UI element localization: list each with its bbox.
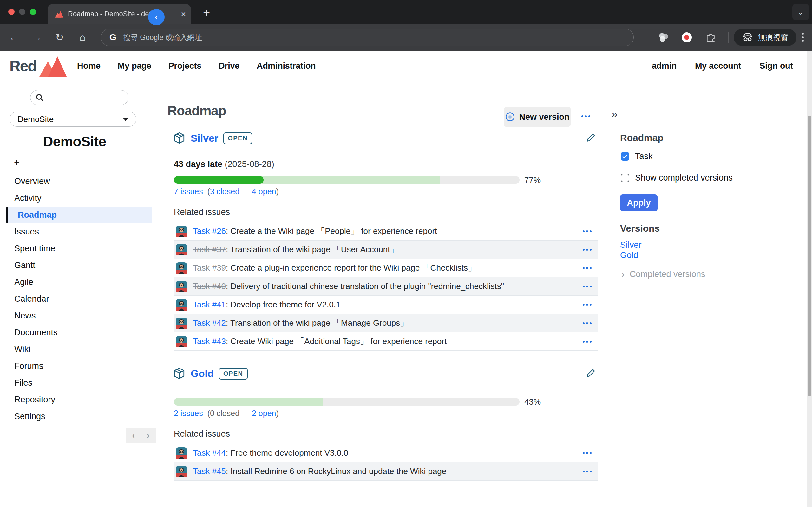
nav-administration[interactable]: Administration	[257, 61, 316, 71]
task-link[interactable]: Task #44	[193, 448, 226, 458]
sidebar-item-news[interactable]: News	[0, 307, 155, 324]
avatar	[176, 336, 187, 347]
version-gold-link[interactable]: Gold	[191, 368, 214, 380]
version-silver-header: Silver OPEN	[173, 132, 252, 145]
package-icon	[173, 132, 186, 145]
logo-mountain-icon	[38, 54, 67, 77]
more-actions-icon[interactable]	[581, 115, 590, 117]
sidebar-item-repository[interactable]: Repository	[0, 391, 155, 408]
sidebar-collapse-button[interactable]: ‹	[148, 9, 165, 25]
home-icon[interactable]: ⌂	[73, 24, 91, 51]
plus-circle-icon	[505, 112, 515, 122]
row-more-icon[interactable]	[583, 267, 592, 269]
version-silver-link[interactable]: Silver	[191, 132, 218, 144]
new-tab-button[interactable]: +	[203, 6, 210, 19]
row-more-icon[interactable]	[583, 322, 592, 324]
media-cluster-icon[interactable]	[653, 24, 675, 51]
right-panel-toggle-icon[interactable]: »	[612, 108, 618, 120]
traffic-lights	[8, 9, 36, 15]
chevron-left-icon: ‹	[155, 12, 158, 22]
nav-home[interactable]: Home	[77, 61, 101, 71]
row-more-icon[interactable]	[583, 452, 592, 454]
task-checkbox[interactable]	[621, 152, 629, 161]
address-bar[interactable]: G 搜尋 Google 或輸入網址	[101, 29, 634, 46]
close-window-button[interactable]	[8, 9, 14, 15]
sidebar-item-files[interactable]: Files	[0, 375, 155, 391]
sidebar-item-spent-time[interactable]: Spent time	[0, 240, 155, 257]
task-link[interactable]: Task #43	[193, 337, 226, 346]
nav-admin-user[interactable]: admin	[652, 61, 676, 71]
sidebar-item-forums[interactable]: Forums	[0, 358, 155, 375]
sidebar-item-gantt[interactable]: Gantt	[0, 257, 155, 274]
avatar	[176, 226, 187, 237]
nav-my-page[interactable]: My page	[118, 61, 151, 71]
completed-versions-toggle[interactable]: › Completed versions	[621, 269, 705, 279]
recording-indicator-icon[interactable]	[675, 24, 699, 51]
row-more-icon[interactable]	[583, 249, 592, 250]
task-link[interactable]: Task #41	[193, 300, 226, 309]
nav-projects[interactable]: Projects	[168, 61, 201, 71]
edit-version-icon[interactable]	[585, 132, 596, 143]
browser-menu-icon[interactable]	[802, 33, 804, 42]
task-link[interactable]: Task #40	[193, 281, 226, 291]
address-bar-placeholder: 搜尋 Google 或輸入網址	[123, 33, 202, 43]
nav-my-account[interactable]: My account	[695, 61, 741, 71]
browser-tab[interactable]: Roadmap - DemoSite - devTh ×	[48, 4, 191, 24]
row-more-icon[interactable]	[583, 304, 592, 306]
pager-prev-icon[interactable]: ‹	[132, 431, 135, 441]
row-more-icon[interactable]	[583, 470, 592, 472]
versions-silver-link[interactable]: Silver	[620, 240, 642, 250]
nav-drive[interactable]: Drive	[218, 61, 240, 71]
task-row: Task #42: Translation of the wiki page 「…	[174, 314, 598, 332]
row-more-icon[interactable]	[583, 285, 592, 287]
silver-progress-label: 77%	[524, 175, 541, 185]
sidebar-item-settings[interactable]: Settings	[0, 408, 155, 425]
sidebar-search-input[interactable]	[30, 90, 129, 105]
task-row: Task #40: Delivery of traditional chines…	[174, 277, 598, 296]
issues-open-link[interactable]: 2 open	[252, 409, 276, 418]
issues-closed-link[interactable]: 3 closed	[210, 187, 240, 196]
issues-total-link[interactable]: 7 issues	[174, 187, 203, 196]
sidebar-item-issues[interactable]: Issues	[0, 223, 155, 240]
sidebar-add-button[interactable]: +	[14, 157, 20, 168]
forward-icon[interactable]: →	[28, 24, 46, 51]
extensions-puzzle-icon[interactable]	[699, 24, 723, 51]
task-link[interactable]: Task #39	[193, 263, 226, 273]
new-version-button[interactable]: New version	[504, 107, 571, 127]
apply-button[interactable]: Apply	[620, 194, 658, 211]
task-row: Task #41: Develop free theme for V2.0.1	[174, 296, 598, 314]
tab-close-icon[interactable]: ×	[181, 10, 186, 18]
chevron-right-icon: ›	[621, 269, 624, 279]
sidebar-item-roadmap[interactable]: Roadmap	[6, 207, 152, 223]
project-select[interactable]: DemoSite	[9, 112, 136, 127]
sidebar-item-wiki[interactable]: Wiki	[0, 341, 155, 358]
app-header: Red Home My page Projects Drive Administ…	[0, 51, 812, 81]
scrollbar-thumb[interactable]	[808, 116, 811, 396]
minimize-window-button[interactable]	[19, 9, 26, 15]
row-more-icon[interactable]	[583, 341, 592, 343]
main-nav: Home My page Projects Drive Administrati…	[77, 51, 316, 81]
task-link[interactable]: Task #37	[193, 245, 226, 254]
task-link[interactable]: Task #26	[193, 226, 226, 236]
show-completed-checkbox[interactable]	[621, 174, 629, 182]
issues-total-link[interactable]: 2 issues	[174, 409, 203, 418]
row-more-icon[interactable]	[583, 230, 592, 232]
issues-open-link[interactable]: 4 open	[252, 187, 276, 196]
back-icon[interactable]: ←	[5, 24, 23, 51]
versions-gold-link[interactable]: Gold	[620, 250, 638, 260]
reload-icon[interactable]: ↻	[51, 24, 68, 51]
page-scrollbar[interactable]	[807, 51, 812, 507]
task-link[interactable]: Task #45	[193, 466, 226, 476]
sidebar-item-overview[interactable]: Overview	[0, 173, 155, 190]
tab-search-chevron-icon[interactable]: ⌄	[792, 4, 809, 20]
sidebar-item-documents[interactable]: Documents	[0, 324, 155, 341]
pager-next-icon[interactable]: ›	[147, 431, 150, 441]
edit-version-icon[interactable]	[585, 368, 596, 379]
nav-sign-out[interactable]: Sign out	[759, 61, 793, 71]
sidebar-item-agile[interactable]: Agile	[0, 274, 155, 291]
sidebar-item-activity[interactable]: Activity	[0, 190, 155, 207]
redmine-logo[interactable]: Red	[9, 54, 67, 77]
zoom-window-button[interactable]	[30, 9, 36, 15]
sidebar-item-calendar[interactable]: Calendar	[0, 291, 155, 307]
task-link[interactable]: Task #42	[193, 318, 226, 328]
